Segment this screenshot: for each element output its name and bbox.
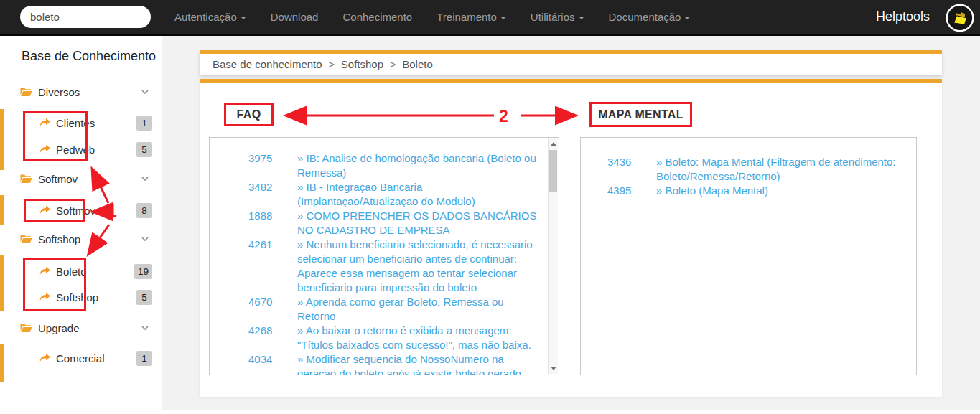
faq-link[interactable]: » IB - Integraçao Bancaria (Implantaçao/…: [297, 180, 543, 209]
nav-item-utilitarios[interactable]: Utilitários: [531, 11, 584, 23]
mapa-row: 4395» Boleto (Mapa Mental): [581, 184, 916, 198]
scrollbar-thumb[interactable]: [549, 150, 557, 192]
folder-label: Upgrade: [38, 322, 80, 334]
navbar: Autenticação Download Conhecimento Trein…: [0, 0, 980, 36]
chevron-down-icon[interactable]: [141, 177, 149, 181]
sidebar: Base de Conhecimento Diversos Clientes 1…: [0, 36, 162, 414]
scrollbar[interactable]: [548, 138, 558, 374]
faq-link[interactable]: » Modificar sequencia do NossoNumero na …: [297, 352, 543, 375]
mapa-mental-title: MAPA MENTAL: [598, 108, 683, 121]
folder-open-icon: [20, 174, 32, 184]
forward-arrow-icon: [39, 354, 50, 362]
scroll-up-button[interactable]: [549, 138, 558, 149]
faq-row: 3975» IB: Analise de homologação bancari…: [210, 151, 559, 180]
folder-open-icon: [20, 234, 32, 244]
mapa-link[interactable]: » Boleto: Mapa Mental (Filtragem de aten…: [656, 155, 903, 184]
breadcrumb-card: Base de conhecimento > Softshop > Boleto: [200, 50, 942, 75]
folder-open-icon: [20, 323, 32, 333]
chevron-down-icon[interactable]: [141, 90, 149, 94]
folder-label: Diversos: [38, 86, 80, 98]
breadcrumb-separator: >: [329, 59, 335, 70]
faq-link[interactable]: » Aprenda como gerar Boleto, Remessa ou …: [297, 295, 543, 324]
faq-title: FAQ: [237, 108, 261, 121]
nav-item-documentacao[interactable]: Documentação: [609, 11, 691, 23]
caret-down-icon: [579, 17, 584, 19]
nav-item-download[interactable]: Download: [271, 11, 319, 23]
faq-link[interactable]: » COMO PREENCHER OS DADOS BANCÁRIOS NO C…: [297, 209, 543, 237]
group-accent-bar: [0, 344, 4, 382]
faq-row: 3482» IB - Integraçao Bancaria (Implanta…: [210, 180, 559, 209]
breadcrumb-item-softshop[interactable]: Softshop: [341, 58, 383, 70]
triangle-up-icon: [551, 142, 556, 146]
sidebar-title: Base de Conhecimento: [22, 49, 156, 64]
faq-row: 4268» Ao baixar o retorno é exibida a me…: [210, 324, 559, 352]
nav-item-treinamento[interactable]: Treinamento: [437, 11, 506, 23]
count-badge: 5: [136, 142, 152, 157]
group-accent-bar: [0, 109, 4, 170]
breadcrumb-separator: >: [390, 59, 396, 70]
faq-link[interactable]: » Ao baixar o retorno é exibida a mensag…: [297, 324, 543, 352]
helptools-logo-icon[interactable]: [946, 4, 974, 32]
annotation-label-2: 2: [499, 107, 508, 126]
mapa-link[interactable]: » Boleto (Mapa Mental): [656, 184, 903, 198]
triangle-down-icon: [551, 367, 556, 370]
faq-row: 1888» COMO PREENCHER OS DADOS BANCÁRIOS …: [210, 209, 559, 237]
breadcrumb-item-boleto[interactable]: Boleto: [402, 58, 433, 70]
chevron-down-icon[interactable]: [141, 326, 149, 330]
caret-down-icon: [684, 17, 690, 19]
mapa-mental-panel: 3436» Boleto: Mapa Mental (Filtragem de …: [580, 137, 917, 375]
faq-title-box: FAQ: [224, 103, 274, 126]
mapa-list: 3436» Boleto: Mapa Mental (Filtragem de …: [581, 138, 916, 198]
annotation-box-group3: [23, 258, 86, 311]
group-accent-bar: [0, 195, 4, 225]
sidebar-folder-upgrade[interactable]: Upgrade: [20, 319, 149, 337]
main-nav: Autenticação Download Conhecimento Trein…: [174, 0, 690, 34]
faq-link[interactable]: » IB: Analise de homologação bancaria (B…: [297, 151, 543, 180]
count-badge: 1: [136, 351, 152, 366]
caret-down-icon: [500, 17, 506, 19]
nav-item-conhecimento[interactable]: Conhecimento: [342, 11, 412, 23]
faq-panel: 3975» IB: Analise de homologação bancari…: [209, 137, 559, 375]
faq-link[interactable]: » Nenhum beneficiario selecionado, é nec…: [297, 237, 543, 295]
sidebar-item-comercial[interactable]: Comercial: [39, 349, 105, 367]
folder-label: Softshop: [38, 233, 80, 245]
mapa-row: 3436» Boleto: Mapa Mental (Filtragem de …: [581, 155, 916, 184]
annotation-box-softmov: [24, 199, 85, 222]
sidebar-folder-softmov[interactable]: Softmov: [20, 170, 149, 187]
sidebar-folder-diversos[interactable]: Diversos: [20, 83, 149, 100]
scroll-down-button[interactable]: [549, 363, 558, 374]
breadcrumb: Base de conhecimento > Softshop > Boleto: [200, 54, 942, 75]
chevron-down-icon[interactable]: [141, 237, 149, 241]
folder-label: Softmov: [38, 173, 78, 185]
caret-down-icon: [241, 17, 246, 19]
faq-list: 3975» IB: Analise de homologação bancari…: [210, 138, 559, 375]
count-badge: 8: [136, 203, 152, 218]
faq-row: 4261» Nenhum beneficiario selecionado, é…: [210, 237, 559, 295]
faq-row: 4034» Modificar sequencia do NossoNumero…: [210, 352, 559, 375]
count-badge: 19: [134, 264, 152, 279]
count-badge: 5: [136, 290, 152, 305]
annotation-label-1: 1: [108, 202, 117, 221]
faq-row: 4670» Aprenda como gerar Boleto, Remessa…: [210, 295, 559, 324]
group-accent-bar: [0, 255, 4, 311]
breadcrumb-item-base[interactable]: Base de conhecimento: [213, 58, 322, 70]
content-card: FAQ MAPA MENTAL 2 3975» IB: Analise de h…: [200, 79, 942, 397]
sidebar-folder-softshop[interactable]: Softshop: [20, 230, 149, 248]
search-input[interactable]: [20, 6, 151, 28]
mapa-mental-title-box: MAPA MENTAL: [589, 102, 692, 127]
footer-divider: [0, 410, 980, 414]
folder-open-icon: [20, 87, 32, 97]
brand-title: Helptools: [876, 9, 930, 24]
annotation-box-group1: [23, 111, 88, 161]
count-badge: 1: [136, 116, 152, 131]
nav-item-autenticacao[interactable]: Autenticação: [174, 11, 246, 23]
